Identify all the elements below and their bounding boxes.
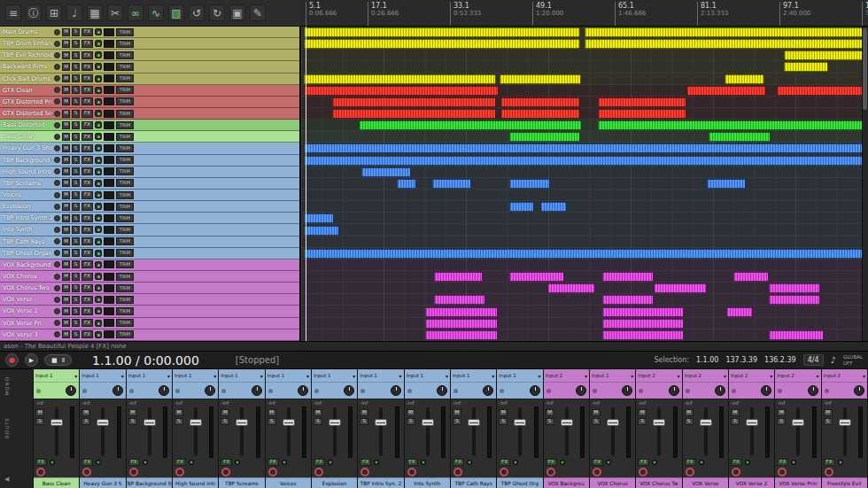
selection-start[interactable]: 1.1.00 [696, 356, 718, 364]
record-arm-button[interactable] [54, 52, 60, 58]
media-item[interactable] [547, 283, 595, 293]
fx-enable-led[interactable] [95, 121, 102, 128]
volume-fader[interactable] [746, 419, 758, 426]
track-row[interactable]: VOX Verse 2MSFXTRIM [0, 306, 299, 317]
media-item[interactable] [769, 295, 820, 305]
media-item[interactable] [585, 27, 865, 37]
record-arm-button[interactable] [54, 297, 60, 303]
pan-knob[interactable] [344, 385, 354, 396]
strip-solo-button[interactable]: S [592, 418, 601, 425]
strip-input-selector[interactable]: Input 1▾ [358, 369, 403, 383]
fx-button[interactable]: FX [81, 167, 93, 175]
mixer-strip[interactable]: Input 1▾-infMSFXHigh Sound Intr [173, 369, 219, 488]
pan-knob[interactable] [669, 385, 679, 396]
strip-record-arm-button[interactable] [686, 468, 694, 476]
record-arm-button[interactable] [54, 180, 60, 186]
track-row[interactable]: TBP Intro Synth 2MSFXTRIM [0, 213, 299, 224]
mixer-strip[interactable]: Input 1▾-infMSFXTBP Cath Rays [451, 369, 497, 488]
strip-input-selector[interactable]: Input 1▾ [127, 369, 172, 383]
mute-button[interactable]: M [62, 296, 70, 304]
mute-button[interactable]: M [62, 97, 70, 105]
strip-input-selector[interactable]: Input 1▾ [405, 369, 450, 383]
trim-button[interactable]: TRIM [116, 121, 134, 129]
mute-button[interactable]: M [62, 260, 70, 268]
trim-button[interactable]: TRIM [116, 110, 134, 118]
pan-knob[interactable] [854, 385, 864, 396]
solo-button[interactable]: S [72, 226, 80, 234]
media-item[interactable] [602, 295, 654, 305]
strip-record-arm-button[interactable] [639, 468, 647, 476]
fx-enable-led[interactable] [95, 307, 102, 314]
media-item[interactable] [500, 74, 581, 84]
strip-solo-button[interactable]: S [546, 418, 554, 425]
fx-button[interactable]: FX [81, 121, 93, 129]
volume-fader[interactable] [236, 419, 248, 426]
strip-record-arm-button[interactable] [407, 468, 416, 476]
mute-button[interactable]: M [62, 63, 70, 71]
record-arm-button[interactable] [54, 134, 60, 140]
strip-fx-led[interactable] [235, 460, 240, 465]
strip-solo-button[interactable]: S [314, 418, 322, 425]
strip-phase-button[interactable] [175, 389, 180, 393]
strip-record-arm-button[interactable] [82, 468, 91, 476]
fx-enable-led[interactable] [95, 284, 102, 291]
track-row[interactable]: VoicesMSFXTRIM [0, 190, 299, 201]
arrange-view[interactable] [301, 27, 868, 341]
strip-phase-button[interactable] [453, 389, 458, 393]
mute-button[interactable]: M [62, 249, 70, 257]
strip-input-selector[interactable]: Input 1▾ [497, 369, 542, 383]
strip-mute-button[interactable]: M [35, 409, 44, 416]
strip-fx-button[interactable]: FX [777, 459, 788, 466]
solo-button[interactable]: S [72, 86, 80, 94]
fx-button[interactable]: FX [81, 203, 93, 211]
strip-input-selector[interactable]: Input 2▾ [729, 369, 774, 383]
media-item[interactable] [509, 202, 534, 212]
solo-button[interactable]: S [72, 156, 80, 164]
solo-button[interactable]: S [72, 214, 80, 222]
strip-record-arm-button[interactable] [732, 468, 740, 476]
vertical-scrollbar[interactable] [862, 27, 868, 341]
strip-input-selector[interactable]: Input 1▾ [312, 369, 357, 383]
play-button[interactable]: ▶ [25, 353, 38, 367]
media-item[interactable] [500, 109, 580, 119]
media-item[interactable] [432, 179, 471, 189]
record-arm-button[interactable] [54, 192, 60, 198]
global-automation-selector[interactable]: GLOBAL OFF [843, 354, 863, 366]
media-item[interactable] [726, 307, 753, 317]
mute-button[interactable]: M [62, 226, 70, 234]
pan-knob[interactable] [437, 385, 447, 396]
media-item[interactable] [500, 97, 580, 107]
ruler-marker[interactable]: 17.10:26.666 [368, 2, 399, 26]
strip-mute-button[interactable]: M [81, 409, 90, 416]
scrollbar-thumb[interactable] [863, 28, 867, 110]
fx-button[interactable]: FX [81, 97, 93, 105]
trim-button[interactable]: TRIM [116, 40, 134, 48]
media-item[interactable] [725, 74, 764, 84]
lock-icon[interactable]: ▣ [229, 4, 245, 21]
ruler-marker[interactable]: 65.11:46.666 [615, 2, 646, 26]
selection-length[interactable]: 136.2.39 [764, 356, 796, 364]
info-icon[interactable]: ⓘ [26, 4, 42, 21]
strip-solo-button[interactable]: S [731, 418, 740, 425]
media-item[interactable] [332, 97, 496, 107]
trim-button[interactable]: TRIM [116, 156, 134, 164]
fx-button[interactable]: FX [81, 191, 93, 199]
strip-input-selector[interactable]: Input 1▾ [173, 369, 218, 383]
solo-button[interactable]: S [72, 167, 80, 175]
track-row[interactable]: Into SynthMSFXTRIM [0, 224, 299, 236]
record-arm-button[interactable] [54, 227, 60, 233]
record-arm-button[interactable] [54, 111, 60, 117]
fx-button[interactable]: FX [81, 74, 93, 82]
fx-enable-led[interactable] [95, 214, 102, 221]
fx-button[interactable]: FX [81, 284, 93, 292]
media-item[interactable] [359, 120, 582, 130]
mixer-strip[interactable]: Input 2▾-infMSFXFreestyle Evil [822, 369, 868, 488]
fx-enable-led[interactable] [95, 331, 102, 338]
media-item[interactable] [509, 179, 550, 189]
media-item[interactable] [686, 86, 766, 96]
strip-record-arm-button[interactable] [593, 468, 601, 476]
ruler-marker[interactable]: 5.10:06.666 [306, 2, 337, 26]
strip-phase-button[interactable] [360, 389, 365, 393]
record-arm-button[interactable] [54, 308, 60, 314]
solo-button[interactable]: S [72, 203, 80, 211]
